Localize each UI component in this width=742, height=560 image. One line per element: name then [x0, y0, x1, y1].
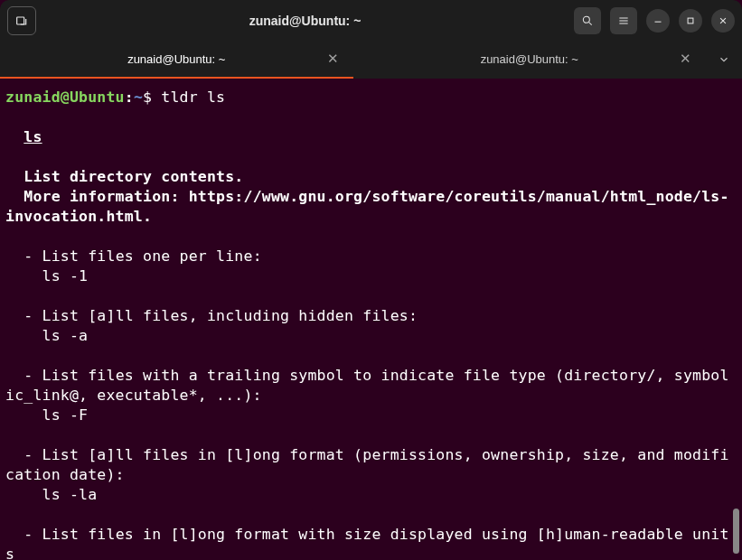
close-tab-icon[interactable]: ✕: [680, 51, 691, 67]
example-bullet: -: [23, 526, 33, 543]
close-button[interactable]: [711, 9, 735, 33]
example-cmd: ls -a: [42, 327, 89, 344]
example-bullet: -: [23, 367, 33, 384]
example-bullet: -: [23, 446, 33, 463]
new-tab-button[interactable]: [7, 6, 36, 35]
tldr-more-info: More information: https://www.gnu.org/so…: [5, 188, 729, 225]
close-tab-icon[interactable]: ✕: [327, 51, 339, 67]
example-cmd: ls -F: [42, 406, 89, 424]
prompt-path: ~: [134, 89, 143, 106]
tldr-description: List directory contents.: [23, 168, 243, 185]
search-button[interactable]: [574, 7, 601, 34]
minimize-button[interactable]: [646, 9, 670, 33]
prompt-command: tldr ls: [152, 89, 225, 106]
example-desc: List files with a trailing symbol to ind…: [5, 367, 729, 404]
tldr-command-name: ls: [23, 128, 42, 145]
example-bullet: -: [23, 247, 33, 265]
tab-label: zunaid@Ubuntu: ~: [481, 52, 578, 66]
example-desc: List files in [l]ong format with size di…: [5, 526, 729, 560]
example-desc: List files one per line:: [42, 247, 262, 265]
example-cmd: ls -la: [42, 486, 98, 503]
terminal-output[interactable]: zunaid@Ubuntu:~$ tldr ls ls List directo…: [0, 79, 742, 560]
example-desc: List [a]ll files in [l]ong format (permi…: [5, 446, 729, 483]
svg-rect-0: [17, 17, 24, 24]
tab-dropdown-button[interactable]: [706, 41, 742, 79]
svg-point-1: [583, 16, 589, 23]
tab-label: zunaid@Ubuntu: ~: [127, 52, 225, 66]
prompt-symbol: $: [143, 89, 152, 106]
terminal-tab-1[interactable]: zunaid@Ubuntu: ~ ✕: [0, 41, 353, 79]
example-desc: List [a]ll files, including hidden files…: [42, 307, 418, 324]
example-bullet: -: [23, 307, 33, 324]
maximize-button[interactable]: [679, 9, 702, 33]
terminal-tab-2[interactable]: zunaid@Ubuntu: ~ ✕: [353, 41, 707, 79]
svg-rect-2: [688, 18, 693, 23]
menu-button[interactable]: [610, 7, 637, 34]
example-cmd: ls -1: [42, 267, 89, 285]
prompt-colon: :: [125, 89, 134, 106]
scrollbar-thumb[interactable]: [733, 509, 739, 554]
prompt-user-host: zunaid@Ubuntu: [5, 89, 125, 106]
tab-bar: zunaid@Ubuntu: ~ ✕ zunaid@Ubuntu: ~ ✕: [0, 41, 742, 79]
window-titlebar: zunaid@Ubuntu: ~: [0, 0, 742, 41]
window-title: zunaid@Ubuntu: ~: [43, 14, 567, 28]
